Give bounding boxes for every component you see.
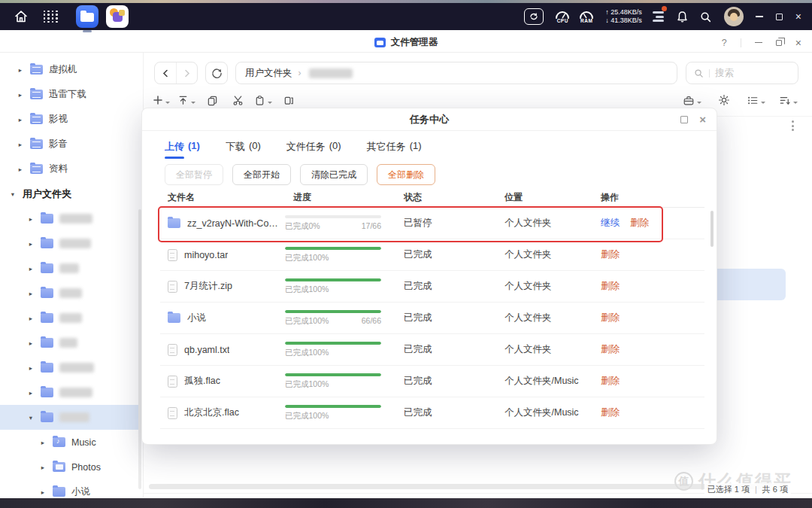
refresh-button[interactable] [205,62,228,84]
dialog-scrollbar[interactable] [710,211,714,247]
dialog-button[interactable]: 全部暂停 [165,164,223,185]
caret-right-icon[interactable]: ▸ [27,240,35,248]
device-sync-icon[interactable] [524,8,544,25]
caret-right-icon[interactable]: ▸ [39,488,47,496]
dialog-button[interactable]: 全部删除 [377,164,435,185]
continue-link[interactable]: 继续 [601,217,620,230]
caret-right-icon[interactable]: ▸ [17,116,24,123]
delete-link[interactable]: 删除 [601,406,620,419]
window-restore-button[interactable] [776,40,782,46]
caret-right-icon[interactable]: ▸ [39,439,47,446]
caret-right-icon[interactable]: ▸ [17,66,24,74]
files-app-icon[interactable] [76,5,98,28]
caret-right-icon[interactable]: ▸ [17,166,24,173]
sidebar-folder-item-redacted[interactable]: ▸ [0,231,143,256]
caret-right-icon[interactable]: ▸ [27,364,35,372]
caret-right-icon[interactable]: ▸ [39,464,47,471]
app-grid-icon[interactable] [44,11,58,23]
system-maximize-button[interactable] [776,14,783,20]
delete-link[interactable]: 删除 [601,248,620,261]
sidebar-folder-item[interactable]: ▸ Photos [0,455,143,479]
help-button[interactable]: ? [722,38,727,48]
task-row[interactable]: zz_v2rayN-With-Core-Se... 已完成0% 17/66 已暂… [160,208,704,239]
sidebar-folder-item[interactable]: ▸ 影视 [0,107,143,132]
home-icon[interactable] [11,6,32,27]
dialog-button[interactable]: 清除已完成 [300,164,368,185]
sidebar-item-selected-redacted[interactable]: ▾ [0,405,143,430]
task-row[interactable]: 7月统计.zip 已完成100% 已完成 个人文件夹 删除 [160,271,704,303]
search-icon[interactable] [699,11,712,23]
sidebar-folder-item-redacted[interactable]: ▸ [0,355,143,380]
task-row[interactable]: 北京北京.flac 已完成100% 已完成 个人文件夹/Music 删除 [160,397,704,429]
download-arrow-icon: ↓ [605,17,609,24]
sidebar-folder-item[interactable]: ▸ 虚拟机 [0,57,143,82]
task-row[interactable]: qb.yaml.txt 已完成100% 已完成 个人文件夹 删除 [160,334,704,366]
system-close-button[interactable]: × [795,11,801,22]
progress-bar [285,342,381,345]
dialog-tab[interactable]: 上传(1) [165,134,200,159]
more-options-icon[interactable] [792,120,794,131]
sidebar-folder-item-redacted[interactable]: ▸ [0,306,143,330]
sidebar-folder-item-redacted[interactable]: ▸ [0,256,143,281]
sidebar-folder-item-redacted[interactable]: ▸ [0,206,143,231]
photos-app-icon[interactable] [106,5,129,28]
ram-gauge-icon[interactable]: RAM [578,10,595,23]
breadcrumb[interactable]: 用户文件夹 › [235,62,677,84]
bell-icon[interactable] [676,11,689,23]
active-app-indicator [83,30,92,32]
task-row[interactable]: mihoyo.tar 已完成100% 已完成 个人文件夹 删除 [160,239,704,271]
caret-right-icon[interactable]: ▸ [17,91,24,99]
selected-file-highlight[interactable] [710,269,786,300]
dialog-tab[interactable]: 文件任务(0) [286,134,341,159]
forward-button[interactable] [176,62,197,84]
delete-link[interactable]: 删除 [601,280,620,293]
back-button[interactable] [155,62,176,84]
task-row[interactable]: 小说 已完成100% 66/66 已完成 个人文件夹 删除 [160,303,704,334]
window-minimize-button[interactable] [755,42,762,44]
sidebar-folder-item[interactable]: ▸ 影音 [0,132,143,157]
sidebar-folder-item-redacted[interactable]: ▸ [0,281,143,306]
delete-link[interactable]: 删除 [630,217,649,230]
user-avatar[interactable] [724,7,744,26]
dialog-close-button[interactable]: × [699,114,706,125]
sidebar-folder-item[interactable]: ▸ 迅雷下载 [0,82,143,107]
delete-link[interactable]: 删除 [601,375,620,388]
task-location: 个人文件夹 [492,312,596,324]
caret-down-icon[interactable]: ▾ [27,414,35,421]
window-close-button[interactable]: × [795,38,801,48]
cpu-gauge-icon[interactable]: CPU [554,10,571,23]
sort-button[interactable] [777,90,800,110]
caret-down-icon[interactable]: ▾ [9,190,17,198]
caret-right-icon[interactable]: ▸ [27,265,35,272]
task-location: 个人文件夹/Music [492,375,596,388]
search-box[interactable]: 搜索 [686,62,798,84]
sidebar-folder-item-redacted[interactable]: ▸ [0,380,143,405]
caret-right-icon[interactable]: ▸ [27,389,35,397]
task-file-name: 北京北京.flac [184,406,239,419]
task-row[interactable]: 孤独.flac 已完成100% 已完成 个人文件夹/Music 删除 [160,366,704,397]
sidebar-folder-item[interactable]: ▸ Music [0,430,143,455]
dialog-button[interactable]: 全部开始 [232,164,291,185]
caret-right-icon[interactable]: ▸ [27,315,35,322]
caret-right-icon[interactable]: ▸ [17,141,24,148]
caret-right-icon[interactable]: ▸ [27,290,35,297]
task-queue-icon[interactable] [653,10,664,24]
delete-link[interactable]: 删除 [601,343,620,356]
dialog-titlebar: 任务中心 × [142,108,717,131]
system-minimize-button[interactable] [756,16,763,17]
settings-button[interactable] [713,90,735,110]
sidebar-folder-item-redacted[interactable]: ▸ [0,330,143,355]
delete-link[interactable]: 删除 [601,312,620,324]
dialog-tab[interactable]: 下载(0) [226,134,261,159]
dialog-maximize-button[interactable] [680,116,688,123]
caret-right-icon[interactable]: ▸ [27,339,35,347]
dialog-tab[interactable]: 其它任务(1) [367,134,422,159]
view-mode-button[interactable] [744,90,768,110]
breadcrumb-segment[interactable]: 用户文件夹 [245,67,292,80]
upload-arrow-icon: ↑ [605,8,609,16]
watermark-badge: 值 [674,472,693,491]
dialog-action-buttons: 全部暂停全部开始清除已完成全部删除 [142,160,717,190]
sidebar-folder-item[interactable]: ▸ 资料 [0,157,143,181]
caret-right-icon[interactable]: ▸ [27,215,35,223]
sidebar-section-user-folder[interactable]: ▾ 用户文件夹 [0,181,143,206]
